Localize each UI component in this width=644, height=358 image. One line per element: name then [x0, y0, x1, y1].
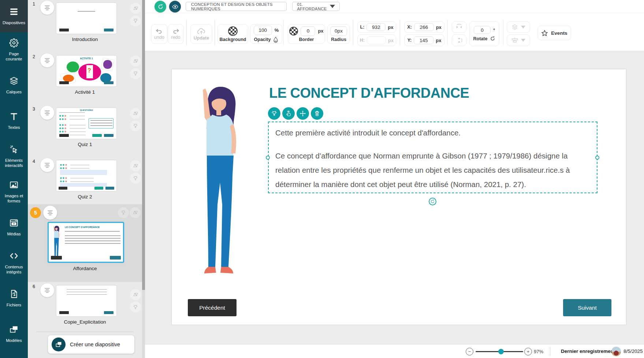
slide-checkpoint-button[interactable] — [130, 56, 141, 67]
media-icon — [9, 218, 19, 229]
delete-button[interactable] — [311, 107, 323, 120]
events-button[interactable]: Events — [537, 26, 571, 40]
slide-number: 1 — [33, 1, 35, 7]
next-button[interactable]: Suivant — [563, 299, 611, 316]
woman-illustration[interactable] — [192, 83, 250, 288]
left-nav-rail: Diapositives Page courante Calques Texte… — [0, 0, 28, 358]
rotate-handle[interactable] — [429, 198, 436, 205]
slide-label: Affordance — [28, 266, 142, 271]
update-button[interactable]: Update — [190, 24, 212, 44]
height-input[interactable] — [367, 36, 386, 44]
course-title: CONCEPTION ET DESIGN DES OBJETS NUMERIQU… — [191, 2, 281, 11]
border-color-checker-icon — [289, 27, 298, 36]
previous-button[interactable]: Précédent — [188, 299, 237, 316]
slide-drag-handle[interactable] — [40, 158, 54, 172]
sidebar-item-textes[interactable]: Textes — [0, 103, 28, 139]
sidebar-item-images-et-formes[interactable]: Images et formes — [0, 174, 28, 210]
slide-drag-handle[interactable] — [40, 1, 54, 15]
sidebar-item-contenus-integres[interactable]: Contenus intégrés — [0, 245, 28, 281]
course-title-pill[interactable]: CONCEPTION ET DESIGN DES OBJETS NUMERIQU… — [186, 2, 287, 11]
slide-checkpoint-button[interactable] — [130, 3, 141, 14]
slide-checkpoint-button[interactable] — [130, 207, 141, 218]
slide-row-6: 6 Copie_Explicitation — [28, 283, 142, 330]
slide-drag-handle[interactable] — [43, 206, 57, 220]
resize-handle-right[interactable] — [595, 156, 599, 160]
slide-thumbnail-copie-explicitation[interactable] — [56, 286, 116, 316]
lightbulb-icon — [133, 304, 138, 310]
zoom-out-button[interactable]: − — [466, 348, 473, 355]
slide-label: Activité 1 — [28, 89, 142, 95]
slide-thumbnail-quiz-1[interactable]: QUESTIONS — [56, 108, 116, 139]
slide-checkpoint-button[interactable] — [130, 108, 141, 119]
background-button[interactable]: Background — [217, 24, 248, 44]
y-position-input[interactable] — [414, 36, 433, 44]
sidebar-item-label: Contenus intégrés — [0, 265, 28, 275]
sidebar-item-medias[interactable]: Médias — [0, 210, 28, 245]
create-slide-button[interactable]: Créer une diapositive — [48, 335, 134, 354]
slide-paragraph-2[interactable]: Ce concept d’affordance que Norman empru… — [275, 149, 590, 191]
create-slide-icon — [52, 338, 66, 351]
move-button[interactable] — [297, 107, 309, 120]
slide-paragraph-1[interactable]: Cette première activité introduit le con… — [275, 126, 590, 140]
slide-thumbnail-affordance[interactable]: LE CONCEPT D'AFFORDANCE — [48, 222, 124, 263]
slide-thumbnail-introduction[interactable] — [56, 3, 116, 34]
slide-drag-handle[interactable] — [40, 283, 54, 297]
slide-checkpoint-button[interactable] — [130, 289, 141, 300]
object-toolbar — [268, 107, 323, 120]
chevron-down-icon — [521, 39, 525, 42]
panel-scrollbar-thumb[interactable] — [142, 0, 145, 290]
preview-button[interactable] — [169, 1, 181, 12]
flip-vertical-button[interactable] — [452, 34, 466, 46]
slide-drag-handle[interactable] — [40, 106, 54, 120]
sidebar-item-diapositives[interactable]: Diapositives — [0, 0, 28, 32]
slide-tip-button[interactable] — [130, 15, 141, 26]
slide-checkpoint-button[interactable] — [130, 160, 141, 171]
zoom-in-button[interactable]: + — [524, 348, 532, 355]
checkered-flag-icon — [132, 210, 138, 216]
slide-label: Introduction — [28, 37, 142, 42]
slides-panel: 1 Introduction 2 ACTIVITE 1 ? — [28, 0, 145, 358]
sidebar-item-calques[interactable]: Calques — [0, 68, 28, 103]
selected-slide-number-badge: 5 — [30, 207, 41, 218]
slide-editing-surface[interactable]: LE CONCEPT D'AFFORDANCE Cette première a… — [171, 69, 626, 325]
refresh-button[interactable] — [155, 1, 166, 12]
slide-tip-button[interactable] — [130, 302, 141, 313]
slide-title[interactable]: LE CONCEPT D'AFFORDANCE — [269, 85, 469, 101]
rotate-input[interactable] — [474, 26, 491, 34]
toolbar-separator — [447, 20, 448, 45]
zoom-slider-knob[interactable] — [498, 349, 504, 354]
sidebar-item-page-courante[interactable]: Page courante — [0, 32, 28, 68]
rotate-group: ° Rotate — [469, 21, 499, 46]
star-icon — [541, 30, 548, 37]
sidebar-item-modeles[interactable]: Modèles — [0, 316, 28, 352]
slide-thumbnail-quiz-2[interactable] — [56, 160, 116, 191]
slide-drag-handle[interactable] — [40, 53, 54, 67]
resize-handle-left[interactable] — [266, 156, 270, 160]
sidebar-item-elements-interactifs[interactable]: Eléments interactifs — [0, 139, 28, 174]
slide-label: Quiz 2 — [28, 194, 142, 199]
flip-horizontal-button[interactable] — [452, 21, 466, 33]
opacity-input[interactable] — [254, 26, 272, 35]
chapter-selector[interactable]: 01. AFFORDANCE — [292, 2, 340, 11]
transparency-checker-icon — [228, 26, 238, 36]
undo-button[interactable]: undo — [151, 24, 167, 44]
radius-input[interactable] — [330, 26, 347, 36]
interaction-button[interactable] — [282, 107, 295, 120]
drag-handle-icon — [44, 162, 51, 168]
slide-tip-button[interactable] — [130, 173, 141, 184]
border-width-input[interactable] — [301, 26, 315, 36]
width-input[interactable] — [366, 23, 386, 31]
redo-button[interactable]: redo — [168, 24, 184, 44]
align-icon — [511, 37, 518, 43]
slide-tip-button[interactable] — [118, 207, 129, 218]
align-dropdown[interactable] — [507, 34, 530, 46]
sidebar-item-fichiers[interactable]: Fichiers — [0, 281, 28, 316]
x-position-input[interactable] — [414, 23, 434, 31]
slide-tip-button[interactable] — [130, 68, 141, 79]
layer-order-dropdown[interactable] — [507, 21, 530, 33]
selected-text-block[interactable]: Cette première activité introduit le con… — [268, 122, 598, 193]
tip-button[interactable] — [268, 107, 280, 120]
slide-tip-button[interactable] — [130, 120, 141, 131]
checkered-flag-icon — [133, 292, 138, 298]
slide-thumbnail-activite-1[interactable]: ACTIVITE 1 ? — [56, 56, 116, 86]
